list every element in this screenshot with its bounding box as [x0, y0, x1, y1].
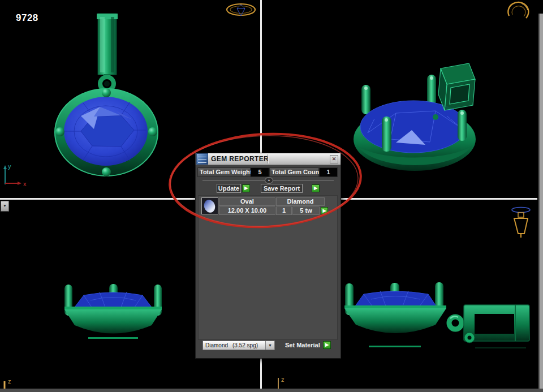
gem-reporter-dialog: GEM REPORTER ✕ Total Gem Weight 5 Total … [195, 153, 341, 359]
gem-material-cell[interactable]: Diamond [276, 197, 325, 206]
material-row: Diamond (3.52 spg) ▼ Set Material ▶ [196, 341, 341, 351]
set-material-go-button[interactable]: ▶ [323, 341, 331, 349]
gem-count-cell[interactable]: 1 [276, 206, 292, 215]
gem-reporter-icon [196, 153, 208, 165]
total-gem-weight-value[interactable]: 5 [251, 167, 269, 177]
right-panel-edge [538, 14, 543, 392]
save-report-go-button[interactable]: ▶ [312, 184, 320, 192]
total-gem-count-label: Total Gem Count [269, 167, 319, 177]
material-name: Diamond [205, 342, 228, 348]
update-go-button[interactable]: ▶ [242, 184, 250, 192]
material-spg: (3.52 spg) [232, 342, 258, 348]
collapse-icon[interactable]: ▲ [265, 177, 273, 184]
dialog-titlebar[interactable]: GEM REPORTER ✕ [196, 153, 341, 165]
update-button[interactable]: Update [217, 184, 241, 193]
gem-row-go-button[interactable]: ▶ [321, 207, 328, 214]
gem-shape-cell[interactable]: Oval [219, 197, 275, 206]
gem-thumbnail[interactable] [201, 197, 218, 214]
gem-size-cell[interactable]: 12.00 X 10.00 [219, 206, 275, 215]
gem-thumbnail-stone [202, 199, 217, 214]
titlebar-divider [268, 154, 268, 163]
save-report-button[interactable]: Save Report [261, 184, 303, 193]
chevron-down-icon[interactable]: ▼ [265, 341, 274, 350]
total-gem-count-value[interactable]: 1 [319, 167, 338, 177]
gem-list-panel: Oval Diamond 12.00 X 10.00 1 5 tw ▶ [198, 195, 338, 340]
gem-weight-cell[interactable]: 5 tw [292, 206, 320, 215]
bottom-panel-edge [0, 389, 543, 392]
totals-row: Total Gem Weight 5 Total Gem Count 1 [197, 167, 339, 177]
dialog-title: GEM REPORTER [211, 155, 269, 163]
model-code-label: 9728 [16, 12, 38, 24]
app-canvas: y x z z 9728 ▼ GEM REPORTER ✕ Total [0, 0, 543, 392]
close-icon[interactable]: ✕ [330, 155, 338, 163]
total-gem-weight-label: Total Gem Weight [197, 167, 251, 177]
set-material-label: Set Material [285, 342, 320, 348]
material-dropdown[interactable]: Diamond (3.52 spg) ▼ [202, 341, 275, 350]
viewport-tab-icon[interactable]: ▼ [1, 201, 9, 212]
